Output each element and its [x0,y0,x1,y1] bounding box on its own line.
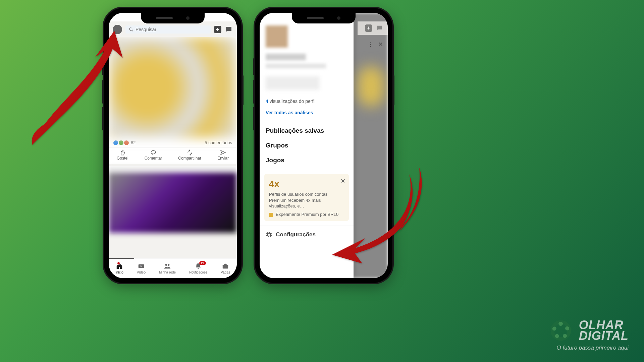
share-icon [187,149,193,156]
logo-text-line2: DIGITAL [579,330,629,341]
profile-avatar-blurred [266,25,288,48]
power-button [241,75,244,105]
briefcase-icon [222,262,229,270]
share-button[interactable]: Compartilhar [178,149,201,161]
create-post-button-dimmed: + [365,24,372,32]
settings-label: Configurações [276,231,316,238]
send-label: Enviar [217,156,229,161]
svg-point-5 [168,264,170,266]
send-icon [220,149,226,156]
notification-dot [117,262,120,265]
annotation-arrow-left [25,31,133,160]
active-tab-indicator [109,258,134,259]
nav-notifications[interactable]: 22 Notificações [189,262,207,274]
send-button[interactable]: Enviar [217,149,229,161]
view-analytics-link[interactable]: Ver todas as análises [266,110,347,115]
volume-down [253,107,255,130]
premium-chip-icon [269,213,273,217]
comment-icon [150,149,156,156]
nav-jobs[interactable]: Vagas [221,262,230,274]
dimmed-content-blur [358,66,384,107]
profile-name-blurred [266,54,306,60]
annotation-arrow-right [315,161,429,269]
notification-badge: 22 [199,261,206,265]
mute-switch [253,58,255,75]
views-label: visualizações do perfil [268,99,316,104]
svg-point-0 [129,28,132,31]
svg-point-4 [165,264,167,266]
profile-subline-blurred [266,76,319,90]
nav-jobs-label: Vagas [221,270,230,274]
power-button [392,75,394,105]
post-header-blurred [109,166,237,173]
phone-notch [141,13,205,23]
more-icon: ⋮ [367,41,373,48]
text-cursor [325,54,325,60]
logo-tagline: O futuro passa primeiro aqui [557,345,629,351]
close-icon[interactable]: ✕ [378,41,383,48]
dimmed-header: + [358,21,388,35]
search-input[interactable]: Pesquisar [125,25,211,34]
dimmed-toolbar: ⋮ ✕ [358,38,388,51]
network-icon [164,262,171,270]
profile-stats: 4 visualizações do perfil Ver todas as a… [260,95,354,120]
watermark-logo: OLHAR DIGITAL O futuro passa primeiro aq… [548,318,629,351]
comment-button[interactable]: Comentar [145,149,162,161]
search-placeholder: Pesquisar [136,27,156,32]
feed-post[interactable] [109,166,237,233]
nav-notif-label: Notificações [189,270,207,274]
phone-notch [292,13,356,23]
nav-network-label: Minha rede [159,270,176,274]
create-post-button[interactable]: + [214,26,221,33]
svg-rect-6 [223,265,228,268]
video-icon [138,262,145,270]
chat-icon-dimmed [376,24,383,32]
profile-section-blurred[interactable] [260,25,354,95]
volume-up [253,80,255,104]
nav-video-label: Vídeo [137,270,146,274]
nav-home-label: Início [115,270,123,274]
menu-saved-posts[interactable]: Publicações salvas [266,127,347,134]
svg-point-2 [151,150,156,154]
profile-views-link[interactable]: 4 visualizações do perfil [266,99,347,104]
messages-button[interactable] [225,25,233,34]
bottom-nav: Início Vídeo Minha rede 22 Notificações … [109,258,237,278]
logo-ring-icon [548,318,574,343]
post-image-blurred [109,173,237,233]
menu-groups[interactable]: Grupos [266,142,347,149]
comment-label: Comentar [145,156,162,161]
views-count: 4 [266,99,268,104]
share-label: Compartilhar [178,156,201,161]
profile-headline-blurred [266,64,326,68]
nav-network[interactable]: Minha rede [159,262,176,274]
nav-video[interactable]: Vídeo [137,262,146,274]
nav-home[interactable]: Início [115,262,123,274]
chat-icon [225,25,233,34]
comments-count[interactable]: 5 comentários [205,140,232,145]
gear-icon [266,231,272,238]
